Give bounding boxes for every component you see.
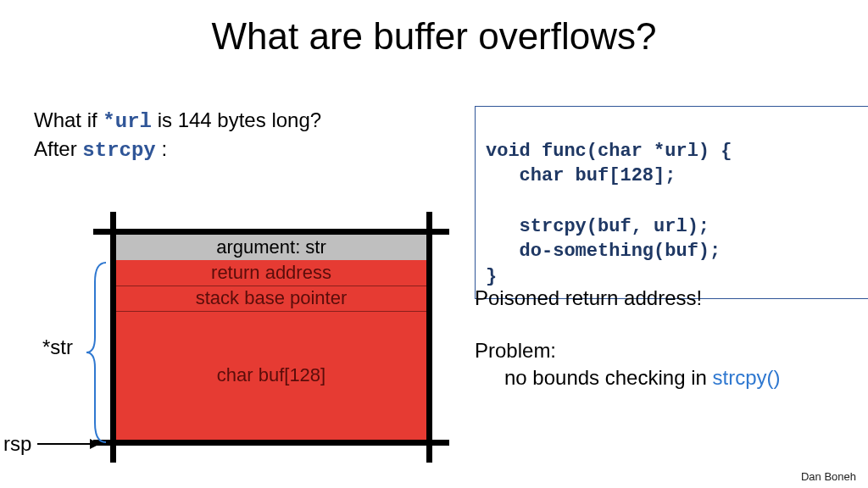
after-line: After strcpy : [34,137,167,162]
code-listing: void func(char *url) { char buf[128]; st… [475,106,868,299]
code-line-1: void func(char *url) { [486,141,732,162]
code-line-3: strcpy(buf, url); [486,216,709,237]
question-line: What if *url is 144 bytes long? [34,108,321,133]
poisoned-text: Poisoned return address! [475,286,702,310]
brace-icon [85,261,110,444]
frame-tick [432,440,449,446]
stack-diagram: argument: str return address stack base … [110,229,432,446]
question-code: *url [103,110,152,133]
footer-author: Dan Boneh [801,470,856,483]
question-suffix: is 144 bytes long? [158,108,321,131]
frame-tick [426,446,432,463]
problem-label: Problem: [475,339,556,363]
frame-tick [110,446,116,463]
star-str-label: *str [42,336,73,359]
frame-tick [426,212,432,229]
code-line-5: } [486,266,497,287]
frame-tick [110,212,116,229]
code-line-4: do-something(buf); [486,241,721,262]
slide-title: What are buffer overflows? [0,15,868,58]
question-prefix: What if [34,108,103,131]
after-prefix: After [34,137,82,160]
code-line-2: char buf[128]; [486,165,676,186]
problem-detail-prefix: no bounds checking in [504,366,713,389]
after-code: strcpy [82,139,155,162]
frame-tick [432,229,449,235]
arrow-right-icon [37,443,98,445]
stack-frame-border [110,229,432,446]
problem-detail: no bounds checking in strcpy() [504,366,781,390]
problem-detail-code: strcpy() [713,366,781,389]
frame-tick [93,229,110,235]
rsp-label: rsp [3,432,31,456]
after-suffix: : [161,137,167,160]
